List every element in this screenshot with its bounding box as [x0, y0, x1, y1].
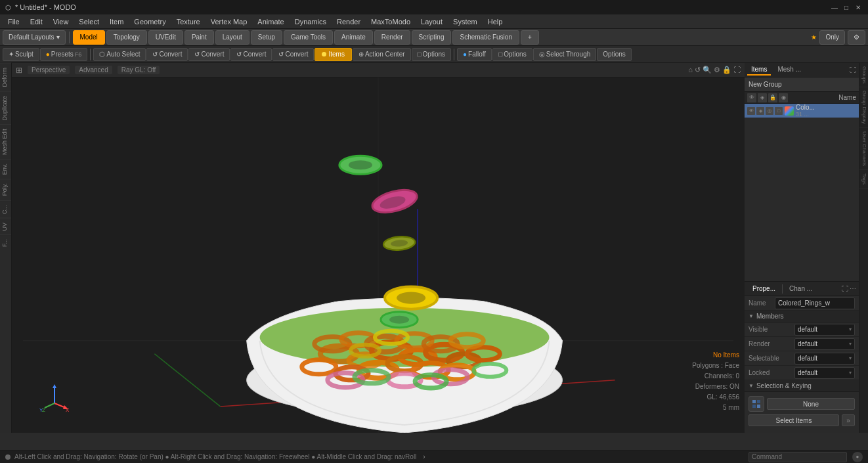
expand-icon[interactable]: ⊞: [16, 66, 22, 75]
tab-uvedit[interactable]: UVEdit: [148, 30, 183, 45]
left-tab-mesh[interactable]: Mesh Edit: [0, 124, 11, 159]
selectable-dropdown[interactable]: default ▾: [794, 353, 855, 364]
tab-schematic[interactable]: Schematic Fusion: [452, 30, 519, 45]
convert-btn1[interactable]: ↺ Convert: [146, 48, 188, 61]
name-value-field[interactable]: Colored_Rings_w: [775, 298, 855, 309]
menu-vertexmap[interactable]: Vertex Map: [206, 14, 253, 29]
action-center-button[interactable]: ⊕ Action Center: [353, 48, 411, 61]
convert-btn3[interactable]: ↺ Convert: [230, 48, 272, 61]
tab-gametools[interactable]: Game Tools: [284, 30, 333, 45]
layer-vis-icon[interactable]: 👁: [747, 107, 755, 115]
presets-button[interactable]: ● Presets F6: [40, 48, 87, 61]
viewport[interactable]: ⊞ Perspective Advanced Ray GL: Off ⌂ ↺ 🔍…: [12, 63, 745, 433]
tab-animate[interactable]: Animate: [334, 30, 373, 45]
left-tab-duplicate[interactable]: Duplicate: [0, 91, 11, 125]
menu-dynamics[interactable]: Dynamics: [290, 14, 332, 29]
ray-off-label[interactable]: Ray GL: Off: [118, 66, 160, 74]
viewport-icon-zoom[interactable]: 🔍: [703, 66, 712, 74]
visible-dropdown[interactable]: default ▾: [794, 324, 855, 336]
select-items-button[interactable]: Select Items: [749, 414, 839, 426]
props-tab-properties[interactable]: Prope...: [747, 284, 781, 294]
props-tab-channels[interactable]: Chan ...: [784, 284, 817, 294]
viewport-icon-settings[interactable]: ⚙: [714, 66, 720, 74]
menu-select[interactable]: Select: [74, 14, 104, 29]
convert-btn2[interactable]: ↺ Convert: [188, 48, 230, 61]
sculpt-button[interactable]: ✦ Sculpt: [3, 48, 39, 61]
menu-render[interactable]: Render: [332, 14, 366, 29]
advanced-label[interactable]: Advanced: [75, 66, 112, 74]
menu-edit[interactable]: Edit: [25, 14, 48, 29]
titlebar-controls[interactable]: — □ ✕: [830, 3, 863, 12]
menu-geometry[interactable]: Geometry: [129, 14, 171, 29]
tab-model[interactable]: Model: [73, 30, 105, 45]
menu-file[interactable]: File: [3, 14, 25, 29]
tab-paint[interactable]: Paint: [184, 30, 214, 45]
locked-dropdown[interactable]: default ▾: [794, 367, 855, 379]
menu-layout[interactable]: Layout: [416, 14, 448, 29]
maximize-button[interactable]: □: [842, 3, 851, 12]
menu-view[interactable]: View: [48, 14, 74, 29]
default-layouts-dropdown[interactable]: Default Layouts ▾: [3, 30, 66, 45]
tab-add[interactable]: +: [521, 30, 539, 45]
only-button[interactable]: Only: [819, 30, 845, 45]
items-button[interactable]: Items: [315, 48, 351, 61]
tab-items[interactable]: Items: [747, 64, 771, 76]
close-button[interactable]: ✕: [854, 3, 863, 12]
layer-sel-icon[interactable]: ◎: [766, 107, 773, 115]
menu-help[interactable]: Help: [483, 14, 508, 29]
tab-scripting[interactable]: Scripting: [412, 30, 452, 45]
menu-texture[interactable]: Texture: [171, 14, 206, 29]
viewport-icon-refresh[interactable]: ↺: [695, 66, 701, 74]
options-btn3[interactable]: Options: [597, 48, 631, 61]
viewport-icon-lock[interactable]: 🔒: [722, 66, 731, 74]
far-tab-tags[interactable]: Tags: [859, 170, 868, 188]
tab-topology[interactable]: Topology: [106, 30, 147, 45]
layer-eye-icon[interactable]: 👁: [747, 93, 756, 102]
layer-lock-icon[interactable]: 🔒: [768, 93, 777, 102]
command-input[interactable]: [749, 452, 847, 462]
falloff-button[interactable]: ● Falloff: [457, 48, 492, 61]
layer-item-colored-rings[interactable]: 👁 ◈ ◎ □ Colo... 31 ...: [745, 104, 859, 118]
options-btn2[interactable]: □ Options: [492, 48, 532, 61]
far-tab-user-channels[interactable]: User Channels: [859, 128, 868, 170]
props-more-icon[interactable]: ⋯: [850, 285, 856, 292]
far-tab-group-display[interactable]: Group Display: [859, 87, 868, 128]
sel-key-right-arrow[interactable]: »: [842, 414, 855, 426]
perspective-label[interactable]: Perspective: [28, 66, 70, 74]
tab-mesh[interactable]: Mesh ...: [773, 64, 805, 76]
viewport-icon-expand[interactable]: ⛶: [733, 66, 741, 74]
menu-item[interactable]: Item: [104, 14, 129, 29]
layer-render-icon[interactable]: ◈: [758, 93, 767, 102]
minimize-button[interactable]: —: [830, 3, 839, 12]
tab-setup[interactable]: Setup: [251, 30, 282, 45]
arrow-right-icon[interactable]: ›: [423, 453, 425, 460]
left-tab-poly[interactable]: Poly.: [0, 179, 11, 200]
menu-animate[interactable]: Animate: [252, 14, 289, 29]
render-dropdown[interactable]: default ▾: [794, 338, 855, 350]
viewport-3d[interactable]: [12, 77, 745, 433]
select-through-button[interactable]: ◎ Select Through: [533, 48, 597, 61]
tab-render[interactable]: Render: [374, 30, 410, 45]
left-tab-uv[interactable]: UV: [0, 218, 11, 235]
left-tab-env[interactable]: Env.: [0, 159, 11, 179]
left-tab-f[interactable]: F...: [0, 234, 11, 251]
convert-btn4[interactable]: ↺ Convert: [272, 48, 314, 61]
layer-vis2-icon[interactable]: ◉: [779, 93, 788, 102]
menu-system[interactable]: System: [448, 14, 483, 29]
expand-button[interactable]: ⛶: [850, 66, 856, 74]
menu-maxtomodo[interactable]: MaxToModo: [366, 14, 416, 29]
viewport-content[interactable]: No Items Polygons : Face Channels: 0 Def…: [12, 77, 745, 433]
options-btn1[interactable]: □ Options: [412, 48, 452, 61]
settings-button[interactable]: ⚙: [848, 30, 865, 45]
viewport-icon-home[interactable]: ⌂: [688, 66, 693, 74]
layer-lock2-icon[interactable]: □: [775, 107, 783, 115]
far-tab-groups[interactable]: Groups: [859, 63, 868, 87]
tab-layout[interactable]: Layout: [215, 30, 250, 45]
props-expand-icon[interactable]: ⛶: [842, 285, 848, 292]
auto-select-button[interactable]: ⬡ Auto Select: [93, 48, 146, 61]
left-tab-c[interactable]: C...: [0, 200, 11, 218]
command-submit-button[interactable]: ●: [852, 452, 863, 462]
layer-render-icon[interactable]: ◈: [756, 107, 764, 115]
none-button[interactable]: None: [767, 398, 855, 410]
left-tab-deform[interactable]: Deform: [0, 63, 11, 91]
